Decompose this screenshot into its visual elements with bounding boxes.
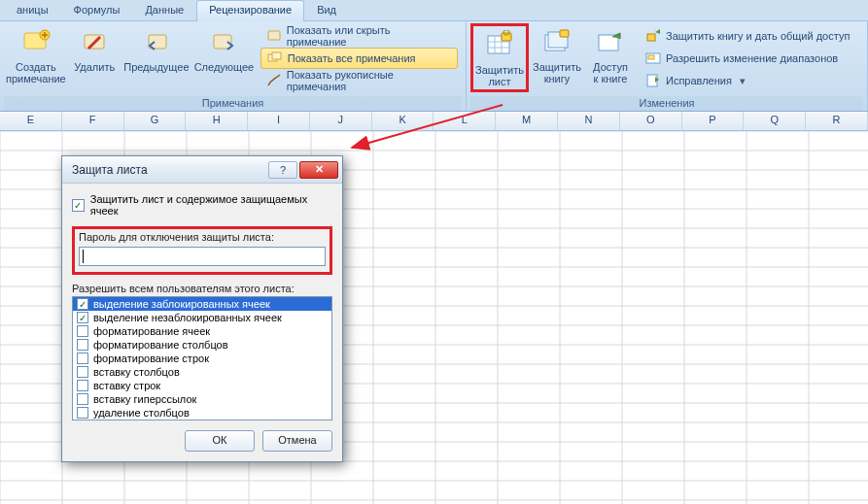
prev-comment-label: Предыдущее — [123, 61, 189, 73]
show-ink-button[interactable]: Показать рукописные примечания — [260, 70, 458, 91]
column-header[interactable]: L — [434, 112, 496, 130]
new-comment-button[interactable]: Создать примечание — [4, 23, 68, 86]
permission-label: вставку гиперссылок — [93, 393, 196, 405]
permission-item[interactable]: ✓выделение незаблокированных ячеек — [73, 311, 331, 324]
ranges-icon — [645, 50, 661, 66]
tab-data[interactable]: Данные — [132, 0, 196, 21]
share-book-button[interactable]: Доступ к книге — [585, 23, 636, 86]
svg-rect-17 — [648, 55, 654, 59]
dialog-help-button[interactable]: ? — [268, 161, 297, 179]
column-header[interactable]: R — [806, 112, 868, 130]
column-header[interactable]: O — [620, 112, 682, 130]
show-ink-label: Показать рукописные примечания — [287, 69, 452, 92]
dialog-close-button[interactable]: ✕ — [299, 161, 338, 179]
delete-comment-label: Удалить — [74, 61, 115, 73]
permission-label: выделение заблокированных ячеек — [93, 298, 270, 310]
allow-ranges-label: Разрешить изменение диапазонов — [666, 52, 838, 64]
checkbox-icon — [77, 366, 88, 378]
protect-share-label: Защитить книгу и дать общий доступ — [666, 30, 850, 42]
column-header[interactable]: F — [62, 112, 124, 130]
password-section: Пароль для отключения защиты листа: — [72, 226, 332, 275]
ink-icon — [266, 73, 282, 88]
column-header[interactable]: K — [372, 112, 434, 130]
permission-item[interactable]: форматирование ячеек — [73, 324, 331, 338]
next-comment-button[interactable]: Следующее — [191, 23, 257, 75]
show-all-comments-button[interactable]: Показать все примечания — [260, 48, 458, 69]
svg-rect-9 — [502, 33, 511, 41]
checkbox-icon: ✓ — [77, 298, 88, 310]
chevron-down-icon: ▾ — [740, 75, 746, 87]
permission-item[interactable]: ✓выделение заблокированных ячеек — [73, 297, 331, 311]
tab-review[interactable]: Рецензирование — [196, 0, 304, 21]
show-hide-comment-button[interactable]: Показать или скрыть примечание — [260, 25, 458, 47]
cancel-button[interactable]: Отмена — [262, 430, 332, 452]
show-all-comments-label: Показать все примечания — [288, 52, 416, 64]
protect-sheet-icon — [484, 30, 515, 61]
help-icon: ? — [280, 164, 286, 176]
protect-book-icon — [541, 27, 573, 58]
tab-formulas[interactable]: Формулы — [61, 0, 133, 21]
next-comment-label: Следующее — [194, 61, 255, 73]
permission-label: выделение незаблокированных ячеек — [93, 312, 282, 323]
tab-pages[interactable]: аницы — [4, 0, 61, 21]
checkbox-icon — [77, 393, 88, 405]
group-changes: Защитить лист Защитить книгу Доступ к кн… — [467, 21, 868, 111]
prev-comment-icon — [141, 27, 172, 58]
svg-rect-5 — [268, 31, 280, 40]
permission-label: форматирование ячеек — [93, 325, 210, 337]
permission-item[interactable]: вставку столбцов — [73, 365, 331, 379]
note-icon — [266, 28, 282, 44]
column-header[interactable]: J — [310, 112, 372, 130]
password-input[interactable] — [79, 247, 326, 266]
new-comment-icon — [20, 27, 52, 58]
track-changes-label: Исправления — [666, 75, 732, 86]
ribbon: Создать примечание Удалить Предыдущее Сл… — [0, 21, 868, 112]
column-header[interactable]: N — [558, 112, 620, 130]
column-header[interactable]: E — [0, 112, 62, 130]
protect-content-checkbox-row[interactable]: ✓ Защитить лист и содержимое защищаемых … — [72, 193, 332, 217]
track-changes-button[interactable]: Исправления ▾ — [640, 70, 855, 91]
show-hide-comment-label: Показать или скрыть примечание — [287, 24, 452, 48]
checkbox-icon — [77, 380, 88, 391]
permissions-list[interactable]: ✓выделение заблокированных ячеек✓выделен… — [72, 296, 332, 420]
protect-share-button[interactable]: Защитить книгу и дать общий доступ — [640, 25, 855, 47]
permission-label: удаление столбцов — [93, 407, 190, 419]
group-comments: Создать примечание Удалить Предыдущее Сл… — [0, 21, 467, 111]
checkbox-icon — [77, 339, 88, 351]
checkbox-icon: ✓ — [77, 312, 88, 323]
share-book-label: Доступ к книге — [593, 61, 628, 84]
permission-label: форматирование столбцов — [93, 339, 228, 351]
protect-sheet-dialog: Защита листа ? ✕ ✓ Защитить лист и содер… — [61, 155, 343, 462]
column-header[interactable]: P — [682, 112, 745, 130]
permission-item[interactable]: форматирование строк — [73, 352, 331, 365]
password-label: Пароль для отключения защиты листа: — [79, 231, 326, 243]
permission-item[interactable]: вставку гиперссылок — [73, 392, 331, 406]
checkbox-icon: ✓ — [72, 199, 85, 212]
permission-item[interactable]: удаление строк — [73, 420, 331, 420]
share-book-icon — [595, 27, 626, 58]
protect-sheet-button[interactable]: Защитить лист — [470, 23, 529, 92]
changes-options: Защитить книгу и дать общий доступ Разре… — [636, 23, 859, 93]
delete-comment-button[interactable]: Удалить — [68, 23, 122, 75]
protect-sheet-label: Защитить лист — [475, 64, 524, 87]
permission-item[interactable]: удаление столбцов — [73, 406, 331, 420]
column-header[interactable]: G — [124, 112, 187, 130]
protect-content-label: Защитить лист и содержимое защищаемых яч… — [90, 193, 332, 217]
protect-book-label: Защитить книгу — [533, 61, 581, 84]
protect-book-button[interactable]: Защитить книгу — [529, 23, 585, 86]
permission-item[interactable]: форматирование столбцов — [73, 338, 331, 352]
ok-button[interactable]: ОК — [185, 430, 255, 452]
column-header[interactable]: I — [248, 112, 310, 130]
svg-rect-15 — [647, 34, 655, 41]
prev-comment-button[interactable]: Предыдущее — [122, 23, 192, 75]
permission-item[interactable]: вставку строк — [73, 379, 331, 392]
checkbox-icon — [77, 407, 88, 419]
allow-ranges-button[interactable]: Разрешить изменение диапазонов — [640, 48, 855, 69]
next-comment-icon — [208, 27, 239, 58]
column-header[interactable]: Q — [744, 112, 806, 130]
lock-share-icon — [645, 28, 661, 44]
dialog-titlebar[interactable]: Защита листа ? ✕ — [62, 156, 342, 184]
tab-view[interactable]: Вид — [304, 0, 349, 21]
column-header[interactable]: H — [186, 112, 248, 130]
column-header[interactable]: M — [496, 112, 558, 130]
